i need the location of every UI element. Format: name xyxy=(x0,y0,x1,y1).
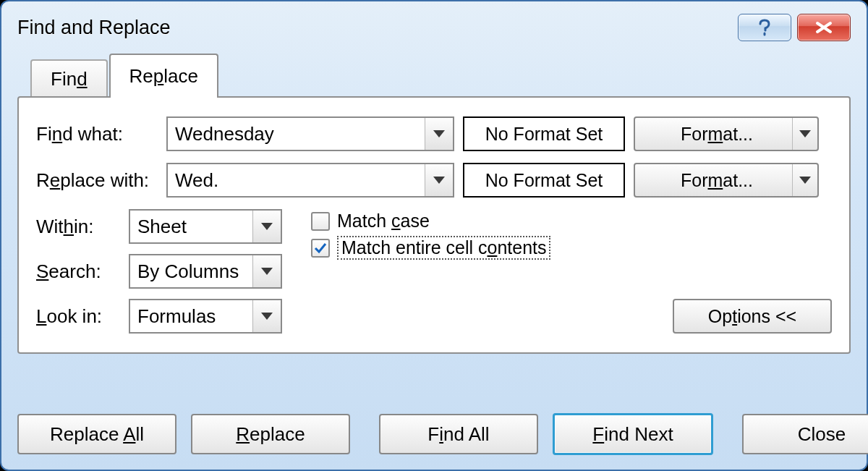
checkboxes: Match case Match entire cell contents xyxy=(311,209,550,334)
find-next-button[interactable]: Find Next xyxy=(553,413,713,455)
lower-left: Within: Sheet Search: By Columns xyxy=(36,209,282,334)
lookin-label: Look in: xyxy=(36,305,120,328)
options-button[interactable]: Options << xyxy=(673,299,832,334)
chevron-down-icon xyxy=(433,130,445,137)
tab-find-key: d xyxy=(77,68,87,90)
within-dropdown[interactable] xyxy=(252,211,281,242)
search-row: Search: By Columns xyxy=(36,254,282,289)
chevron-down-icon xyxy=(261,223,273,230)
tab-replace-key: p xyxy=(153,65,163,87)
lookin-row: Look in: Formulas xyxy=(36,299,282,334)
lookin-value: Formulas xyxy=(130,305,252,328)
find-format-split-arrow[interactable] xyxy=(792,118,817,150)
find-what-label: Find what: xyxy=(36,123,158,145)
tab-find-part1: Fin xyxy=(51,68,77,90)
match-case-row[interactable]: Match case xyxy=(311,211,550,232)
match-entire-label: Match entire cell contents xyxy=(337,236,550,260)
replace-all-button[interactable]: Replace All xyxy=(17,414,176,454)
chevron-down-icon xyxy=(261,268,273,275)
find-what-dropdown[interactable] xyxy=(425,118,453,150)
dialog-body: Find Replace Find what: Wednesday No For… xyxy=(17,54,851,455)
match-case-checkbox[interactable] xyxy=(311,212,330,231)
replace-all-label: Replace All xyxy=(50,423,144,446)
find-next-label: Find Next xyxy=(592,423,673,446)
options-button-label: Options << xyxy=(708,306,796,327)
close-icon xyxy=(814,21,834,34)
replace-with-row: Replace with: Wed. No Format Set Format.… xyxy=(36,163,832,198)
find-what-row: Find what: Wednesday No Format Set Forma… xyxy=(36,116,832,151)
match-case-label: Match case xyxy=(337,211,430,232)
match-entire-checkbox[interactable] xyxy=(311,239,330,258)
tab-panel: Find what: Wednesday No Format Set Forma… xyxy=(17,96,851,354)
within-row: Within: Sheet xyxy=(36,209,282,244)
help-button[interactable] xyxy=(738,14,791,41)
help-icon xyxy=(757,19,772,36)
titlebar: Find and Replace xyxy=(17,6,851,49)
replace-format-button-label: Format... xyxy=(681,170,753,191)
tab-replace-part2: lace xyxy=(163,65,198,87)
tab-replace[interactable]: Replace xyxy=(109,54,218,98)
search-value: By Columns xyxy=(130,260,252,283)
footer-buttons: Replace All Replace Find All Find Next C… xyxy=(17,394,851,455)
match-entire-row[interactable]: Match entire cell contents xyxy=(311,236,550,260)
replace-with-value: Wed. xyxy=(168,169,425,192)
search-label: Search: xyxy=(36,260,120,283)
replace-with-label: Replace with: xyxy=(36,169,158,192)
dialog-window: Find and Replace Find Replace xyxy=(0,0,868,471)
tabs: Find Replace xyxy=(30,54,851,98)
find-what-value: Wednesday xyxy=(168,123,425,145)
close-label: Close xyxy=(798,423,846,446)
search-combo[interactable]: By Columns xyxy=(129,254,282,289)
window-title: Find and Replace xyxy=(17,17,171,39)
lookin-combo[interactable]: Formulas xyxy=(129,299,282,334)
within-value: Sheet xyxy=(130,216,252,238)
search-dropdown[interactable] xyxy=(252,255,281,287)
find-all-label: Find All xyxy=(427,423,489,446)
find-what-combo[interactable]: Wednesday xyxy=(166,116,454,151)
replace-with-dropdown[interactable] xyxy=(425,164,453,196)
find-format-button[interactable]: Format... xyxy=(634,116,819,151)
find-all-button[interactable]: Find All xyxy=(379,414,538,454)
within-combo[interactable]: Sheet xyxy=(129,209,282,244)
chevron-down-icon xyxy=(799,130,811,137)
chevron-down-icon xyxy=(261,313,273,320)
find-format-button-label: Format... xyxy=(681,124,753,145)
chevron-down-icon xyxy=(433,177,445,184)
replace-button[interactable]: Replace xyxy=(191,414,350,454)
options-button-wrap: Options << xyxy=(673,299,832,334)
tab-find[interactable]: Find xyxy=(30,59,108,98)
close-button[interactable] xyxy=(797,14,851,41)
title-buttons xyxy=(738,14,851,41)
chevron-down-icon xyxy=(799,177,811,184)
replace-format-split-arrow[interactable] xyxy=(792,164,817,196)
checkmark-icon xyxy=(314,242,327,255)
close-dialog-button[interactable]: Close xyxy=(742,414,868,454)
replace-label: Replace xyxy=(236,423,305,446)
lookin-dropdown[interactable] xyxy=(252,300,281,332)
replace-format-button[interactable]: Format... xyxy=(634,163,819,198)
find-format-status: No Format Set xyxy=(463,116,625,151)
tab-replace-part1: Re xyxy=(129,65,153,87)
replace-with-combo[interactable]: Wed. xyxy=(166,163,454,198)
within-label: Within: xyxy=(36,216,120,238)
replace-format-status: No Format Set xyxy=(463,163,625,198)
